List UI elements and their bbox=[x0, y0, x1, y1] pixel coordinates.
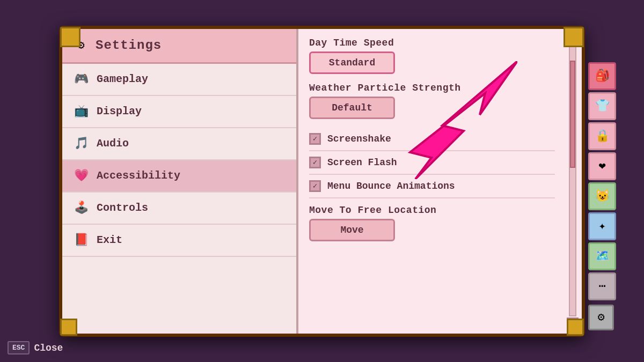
audio-label: Audio bbox=[97, 137, 129, 150]
side-icons-panel: 🎒 👕 🔒 ❤️ 😺 ✦ 🗺️ ⋯ bbox=[588, 62, 616, 300]
right-panel: Day Time Speed Standard Weather Particle… bbox=[298, 29, 582, 334]
menu-items: 🎮 Gameplay 📺 Display 🎵 Audio 💗 Accessibi… bbox=[62, 64, 296, 257]
setting-weather-particle: Weather Particle Strength Default bbox=[309, 83, 555, 119]
accessibility-icon: 💗 bbox=[73, 168, 89, 184]
setting-move-location: Move To Free Location Move bbox=[309, 205, 555, 241]
gameplay-label: Gameplay bbox=[97, 73, 148, 85]
game-background: ⚙️ Settings 🎮 Gameplay 📺 Display 🎵 Audio bbox=[0, 0, 644, 362]
book-corner-br bbox=[567, 319, 584, 336]
settings-book: ⚙️ Settings 🎮 Gameplay 📺 Display 🎵 Audio bbox=[59, 26, 585, 337]
setting-day-time-speed: Day Time Speed Standard bbox=[309, 38, 555, 74]
scroll-up-button[interactable]: ▲ bbox=[567, 33, 579, 45]
setting-screen-flash: Screen Flash bbox=[309, 151, 555, 175]
gameplay-icon: 🎮 bbox=[73, 71, 89, 87]
settings-header: ⚙️ Settings bbox=[62, 29, 296, 64]
heart-icon-button[interactable]: ❤️ bbox=[588, 152, 616, 180]
screenshake-checkbox[interactable] bbox=[309, 133, 321, 145]
settings-content: Day Time Speed Standard Weather Particle… bbox=[298, 29, 582, 334]
day-time-speed-button[interactable]: Standard bbox=[309, 51, 395, 74]
book-corner-bl bbox=[60, 319, 77, 336]
sidebar-item-display[interactable]: 📺 Display bbox=[62, 96, 296, 128]
display-icon: 📺 bbox=[73, 104, 89, 120]
sidebar-item-exit[interactable]: 📕 Exit bbox=[62, 225, 296, 257]
pet-icon-button[interactable]: 😺 bbox=[588, 182, 616, 210]
controls-label: Controls bbox=[97, 202, 148, 214]
weather-particle-button[interactable]: Default bbox=[309, 97, 395, 119]
screen-flash-checkbox[interactable] bbox=[309, 157, 321, 168]
exit-icon: 📕 bbox=[73, 232, 89, 248]
menu-bounce-checkbox[interactable] bbox=[309, 180, 321, 192]
backpack-icon-button[interactable]: 🎒 bbox=[588, 62, 616, 90]
lock-icon-button[interactable]: 🔒 bbox=[588, 122, 616, 150]
weather-particle-label: Weather Particle Strength bbox=[309, 83, 555, 93]
map-icon-button[interactable]: 🗺️ bbox=[588, 242, 616, 270]
scroll-track bbox=[569, 46, 576, 316]
controls-icon: 🕹️ bbox=[73, 200, 89, 216]
gear-icon-header: ⚙️ bbox=[73, 38, 89, 54]
left-panel: ⚙️ Settings 🎮 Gameplay 📺 Display 🎵 Audio bbox=[62, 29, 298, 334]
shirt-icon-button[interactable]: 👕 bbox=[588, 92, 616, 120]
more-icon-button[interactable]: ⋯ bbox=[588, 272, 616, 300]
day-time-speed-label: Day Time Speed bbox=[309, 38, 555, 48]
close-label: Close bbox=[34, 343, 63, 353]
sidebar-item-accessibility[interactable]: 💗 Accessibility bbox=[62, 160, 296, 193]
menu-bounce-label: Menu Bounce Animations bbox=[327, 181, 455, 191]
audio-icon: 🎵 bbox=[73, 136, 89, 152]
setting-menu-bounce: Menu Bounce Animations bbox=[309, 175, 555, 198]
exit-label: Exit bbox=[97, 234, 122, 246]
accessibility-label: Accessibility bbox=[97, 169, 180, 182]
move-location-label: Move To Free Location bbox=[309, 205, 555, 216]
star-icon-button[interactable]: ✦ bbox=[588, 212, 616, 240]
setting-screenshake: Screenshake bbox=[309, 128, 555, 151]
sidebar-item-controls[interactable]: 🕹️ Controls bbox=[62, 193, 296, 225]
bottom-gear-button[interactable]: ⚙️ bbox=[588, 305, 614, 330]
sidebar-item-gameplay[interactable]: 🎮 Gameplay bbox=[62, 64, 296, 96]
esc-close-bar: ESC Close bbox=[8, 341, 63, 354]
scrollbar: ▲ ▼ bbox=[567, 33, 579, 329]
move-location-button[interactable]: Move bbox=[309, 219, 395, 241]
esc-key[interactable]: ESC bbox=[8, 341, 30, 354]
sidebar-item-audio[interactable]: 🎵 Audio bbox=[62, 128, 296, 160]
screen-flash-label: Screen Flash bbox=[327, 157, 397, 168]
scroll-thumb[interactable] bbox=[570, 61, 575, 168]
screenshake-label: Screenshake bbox=[327, 134, 391, 144]
display-label: Display bbox=[97, 105, 142, 117]
settings-title: Settings bbox=[96, 38, 162, 53]
